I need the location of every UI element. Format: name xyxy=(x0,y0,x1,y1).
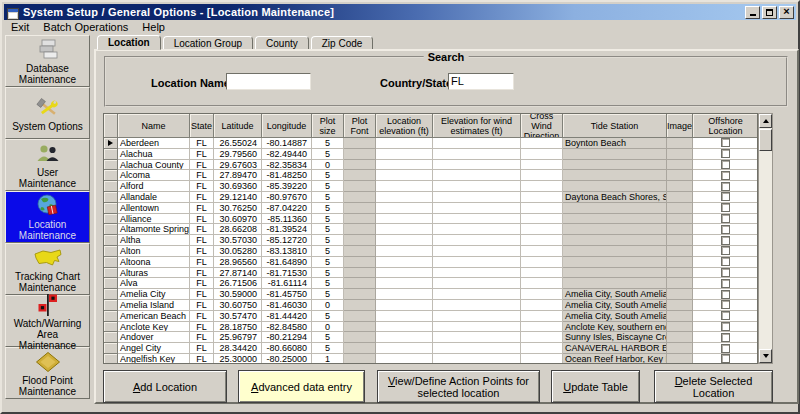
cell-latitude[interactable]: 27.87140 xyxy=(214,268,262,279)
sidebar-item-tracking-chart-maintenance[interactable]: Tracking Chart Maintenance xyxy=(5,243,90,295)
cell-name[interactable]: Allandale xyxy=(118,192,190,203)
table-scrollbar[interactable] xyxy=(758,113,773,364)
cell-cross-wind-direction[interactable] xyxy=(521,278,563,289)
tab-location-group[interactable]: Location Group xyxy=(163,36,253,50)
cell-latitude[interactable]: 30.60970 xyxy=(214,214,262,225)
row-selector[interactable] xyxy=(104,170,118,181)
cell-elevation-wind-estimates[interactable] xyxy=(433,149,521,160)
cell-longitude[interactable]: -82.84580 xyxy=(262,322,312,333)
cell-longitude[interactable]: -80.66080 xyxy=(262,343,312,354)
column-header-plot-font[interactable]: Plot Font xyxy=(344,114,376,138)
cell-latitude[interactable]: 29.67603 xyxy=(214,160,262,171)
cell-cross-wind-direction[interactable] xyxy=(521,322,563,333)
cell-latitude[interactable]: 29.79560 xyxy=(214,149,262,160)
cell-location-elevation[interactable] xyxy=(376,278,433,289)
cell-location-elevation[interactable] xyxy=(376,203,433,214)
cell-state[interactable]: FL xyxy=(190,257,214,268)
cell-plot-size[interactable]: 5 xyxy=(312,332,344,343)
cell-longitude[interactable]: -81.46030 xyxy=(262,300,312,311)
cell-elevation-wind-estimates[interactable] xyxy=(433,224,521,235)
cell-plot-size[interactable]: 5 xyxy=(312,149,344,160)
cell-longitude[interactable]: -80.21294 xyxy=(262,332,312,343)
cell-longitude[interactable]: -87.04220 xyxy=(262,203,312,214)
cell-cross-wind-direction[interactable] xyxy=(521,332,563,343)
menu-item-batch-operations[interactable]: Batch Operations xyxy=(36,21,135,33)
cell-name[interactable]: Alcoma xyxy=(118,170,190,181)
cell-name[interactable]: Anclote Key xyxy=(118,322,190,333)
row-selector[interactable] xyxy=(104,246,118,257)
offshore-checkbox[interactable] xyxy=(721,279,730,288)
cell-longitude[interactable]: -85.12720 xyxy=(262,235,312,246)
cell-elevation-wind-estimates[interactable] xyxy=(433,343,521,354)
cell-plot-size[interactable]: 0 xyxy=(312,300,344,311)
cell-elevation-wind-estimates[interactable] xyxy=(433,192,521,203)
cell-elevation-wind-estimates[interactable] xyxy=(433,289,521,300)
cell-location-elevation[interactable] xyxy=(376,160,433,171)
cell-location-elevation[interactable] xyxy=(376,138,433,149)
cell-latitude[interactable]: 28.34420 xyxy=(214,343,262,354)
cell-longitude[interactable]: -85.39220 xyxy=(262,181,312,192)
cell-location-elevation[interactable] xyxy=(376,192,433,203)
scroll-down-button[interactable] xyxy=(759,349,772,363)
cell-state[interactable]: FL xyxy=(190,268,214,279)
cell-elevation-wind-estimates[interactable] xyxy=(433,322,521,333)
column-header-location-elevation-ft[interactable]: Location elevation (ft) xyxy=(376,114,433,138)
cell-plot-size[interactable]: 5 xyxy=(312,246,344,257)
cell-longitude[interactable]: -81.71530 xyxy=(262,268,312,279)
cell-elevation-wind-estimates[interactable] xyxy=(433,257,521,268)
cell-longitude[interactable]: -80.97670 xyxy=(262,192,312,203)
cell-plot-size[interactable]: 5 xyxy=(312,192,344,203)
cell-state[interactable]: FL xyxy=(190,235,214,246)
cell-elevation-wind-estimates[interactable] xyxy=(433,278,521,289)
column-header-cross-wind-direction[interactable]: Cross Wind Direction xyxy=(521,114,563,138)
cell-cross-wind-direction[interactable] xyxy=(521,300,563,311)
cell-cross-wind-direction[interactable] xyxy=(521,138,563,149)
cell-elevation-wind-estimates[interactable] xyxy=(433,214,521,225)
offshore-checkbox[interactable] xyxy=(721,149,730,158)
row-selector[interactable] xyxy=(104,300,118,311)
cell-location-elevation[interactable] xyxy=(376,354,433,364)
row-selector[interactable] xyxy=(104,160,118,171)
cell-name[interactable]: American Beach xyxy=(118,311,190,322)
cell-name[interactable]: Altamonte Springs xyxy=(118,224,190,235)
row-selector[interactable] xyxy=(104,224,118,235)
cell-elevation-wind-estimates[interactable] xyxy=(433,170,521,181)
cell-cross-wind-direction[interactable] xyxy=(521,170,563,181)
cell-location-elevation[interactable] xyxy=(376,257,433,268)
cell-state[interactable]: FL xyxy=(190,246,214,257)
cell-elevation-wind-estimates[interactable] xyxy=(433,354,521,364)
cell-elevation-wind-estimates[interactable] xyxy=(433,311,521,322)
cell-location-elevation[interactable] xyxy=(376,343,433,354)
cell-location-elevation[interactable] xyxy=(376,149,433,160)
cell-cross-wind-direction[interactable] xyxy=(521,246,563,257)
cell-location-elevation[interactable] xyxy=(376,170,433,181)
column-header-latitude[interactable]: Latitude xyxy=(214,114,262,138)
column-header-state[interactable]: State xyxy=(190,114,214,138)
cell-elevation-wind-estimates[interactable] xyxy=(433,235,521,246)
row-selector[interactable] xyxy=(104,203,118,214)
cell-location-elevation[interactable] xyxy=(376,181,433,192)
row-selector[interactable] xyxy=(104,354,118,364)
offshore-checkbox[interactable] xyxy=(721,268,730,277)
cell-plot-size[interactable]: 0 xyxy=(312,160,344,171)
cell-plot-size[interactable]: 5 xyxy=(312,224,344,235)
row-selector[interactable] xyxy=(104,268,118,279)
cell-plot-size[interactable]: 5 xyxy=(312,257,344,268)
sidebar-item-database-maintenance[interactable]: Database Maintenance xyxy=(5,35,90,87)
tab-zip-code[interactable]: Zip Code xyxy=(311,36,374,50)
cell-cross-wind-direction[interactable] xyxy=(521,343,563,354)
cell-location-elevation[interactable] xyxy=(376,268,433,279)
cell-latitude[interactable]: 26.71506 xyxy=(214,278,262,289)
cell-name[interactable]: Amelia Island xyxy=(118,300,190,311)
cell-latitude[interactable]: 30.59000 xyxy=(214,289,262,300)
offshore-checkbox[interactable] xyxy=(721,246,730,255)
scroll-thumb[interactable] xyxy=(759,129,772,151)
row-selector[interactable] xyxy=(104,311,118,322)
offshore-checkbox[interactable] xyxy=(721,300,730,309)
cell-plot-size[interactable]: 5 xyxy=(312,214,344,225)
cell-name[interactable]: Aberdeen xyxy=(118,138,190,149)
cell-cross-wind-direction[interactable] xyxy=(521,354,563,364)
offshore-checkbox[interactable] xyxy=(721,354,730,363)
row-selector[interactable] xyxy=(104,322,118,333)
cell-latitude[interactable]: 28.96560 xyxy=(214,257,262,268)
